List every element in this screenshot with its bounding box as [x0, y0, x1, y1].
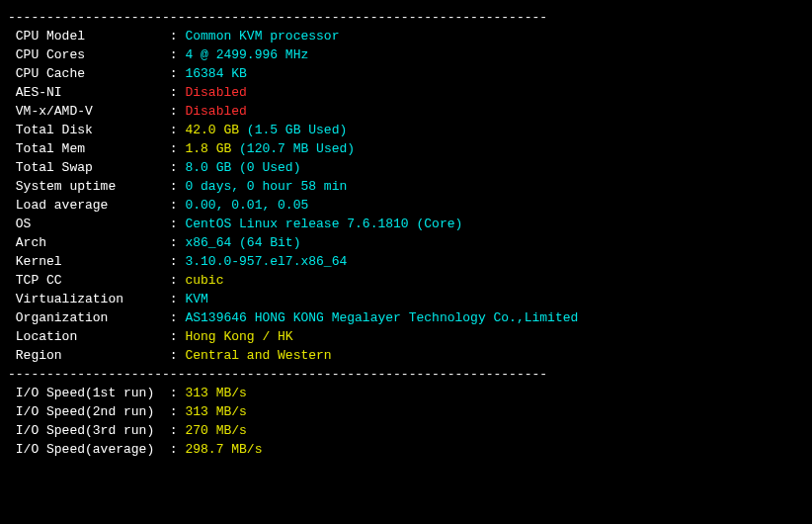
- info-row: Location : Hong Kong / HK: [8, 327, 804, 346]
- info-label: Organization: [8, 310, 170, 325]
- info-label: I/O Speed(3rd run): [8, 423, 170, 438]
- info-value: 0.00, 0.01, 0.05: [185, 198, 308, 213]
- info-value: 8.0 GB: [185, 160, 231, 175]
- info-row: Arch : x86_64 (64 Bit): [8, 233, 804, 252]
- info-row: Organization : AS139646 HONG KONG Megala…: [8, 308, 804, 327]
- divider-line: ----------------------------------------…: [8, 365, 804, 384]
- info-label: CPU Cache: [8, 66, 170, 81]
- separator: :: [170, 292, 186, 306]
- info-label: TCP CC: [8, 273, 170, 288]
- info-label: System uptime: [8, 179, 170, 194]
- info-value: cubic: [185, 273, 223, 288]
- info-row: I/O Speed(2nd run) : 313 MB/s: [8, 402, 804, 421]
- separator: :: [170, 329, 186, 344]
- info-value: Central and Western: [185, 348, 331, 363]
- info-value: (1.5 GB Used): [247, 123, 347, 137]
- info-row: AES-NI : Disabled: [8, 83, 804, 102]
- info-value: 1.8 GB: [185, 141, 231, 156]
- info-row: Total Swap : 8.0 GB (0 Used): [8, 158, 804, 177]
- separator: :: [170, 386, 186, 400]
- info-row: CPU Model : Common KVM processor: [8, 27, 804, 45]
- info-label: Location: [8, 329, 170, 344]
- separator: :: [170, 404, 186, 419]
- info-value: 0 days, 0 hour 58 min: [185, 179, 347, 194]
- info-label: I/O Speed(2nd run): [8, 404, 170, 419]
- separator: :: [170, 235, 186, 250]
- separator: :: [170, 179, 186, 194]
- info-value: (0 Used): [239, 160, 300, 175]
- info-label: AES-NI: [8, 85, 170, 100]
- separator: :: [170, 217, 186, 231]
- info-row: OS : CentOS Linux release 7.6.1810 (Core…: [8, 215, 804, 233]
- info-label: I/O Speed(1st run): [8, 386, 170, 400]
- info-value: Disabled: [185, 104, 246, 119]
- separator: :: [170, 254, 186, 269]
- info-value: 313 MB/s: [185, 386, 246, 400]
- info-row: CPU Cache : 16384 KB: [8, 64, 804, 83]
- info-value: AS139646 HONG KONG Megalayer Technology …: [185, 310, 578, 325]
- info-row: System uptime : 0 days, 0 hour 58 min: [8, 177, 804, 196]
- info-value: x86_64 (64 Bit): [185, 235, 300, 250]
- info-row: TCP CC : cubic: [8, 271, 804, 290]
- separator: :: [170, 66, 186, 81]
- separator: :: [170, 348, 186, 363]
- info-value: Hong Kong / HK: [185, 329, 292, 344]
- info-row: I/O Speed(1st run) : 313 MB/s: [8, 384, 804, 402]
- info-value: Disabled: [185, 85, 246, 100]
- separator: :: [170, 442, 186, 457]
- info-label: Kernel: [8, 254, 170, 269]
- separator: :: [170, 85, 186, 100]
- info-row: Total Mem : 1.8 GB (120.7 MB Used): [8, 139, 804, 158]
- separator: :: [170, 104, 186, 119]
- info-value: CentOS Linux release 7.6.1810 (Core): [185, 217, 462, 231]
- info-label: Region: [8, 348, 170, 363]
- info-row: Load average : 0.00, 0.01, 0.05: [8, 196, 804, 215]
- separator: :: [170, 47, 186, 62]
- info-value: 3.10.0-957.el7.x86_64: [185, 254, 347, 269]
- info-row: I/O Speed(average) : 298.7 MB/s: [8, 440, 804, 459]
- info-label: I/O Speed(average): [8, 442, 170, 457]
- info-row: Total Disk : 42.0 GB (1.5 GB Used): [8, 121, 804, 139]
- info-row: VM-x/AMD-V : Disabled: [8, 102, 804, 121]
- separator: :: [170, 29, 186, 44]
- info-label: Total Mem: [8, 141, 170, 156]
- info-value: Common KVM processor: [185, 29, 339, 44]
- info-value: 313 MB/s: [185, 404, 246, 419]
- info-label: Total Disk: [8, 123, 170, 137]
- separator: :: [170, 423, 186, 438]
- info-label: Virtualization: [8, 292, 170, 306]
- info-value: [231, 141, 239, 156]
- info-label: Total Swap: [8, 160, 170, 175]
- divider-line: ----------------------------------------…: [8, 8, 804, 27]
- info-row: Kernel : 3.10.0-957.el7.x86_64: [8, 252, 804, 271]
- info-label: OS: [8, 217, 170, 231]
- separator: :: [170, 141, 186, 156]
- info-label: CPU Model: [8, 29, 170, 44]
- separator: :: [170, 123, 186, 137]
- info-value: [239, 123, 247, 137]
- info-value: (120.7 MB Used): [239, 141, 355, 156]
- separator: :: [170, 273, 186, 288]
- info-label: Arch: [8, 235, 170, 250]
- info-row: Region : Central and Western: [8, 346, 804, 365]
- info-value: 16384 KB: [185, 66, 246, 81]
- info-row: Virtualization : KVM: [8, 290, 804, 308]
- separator: :: [170, 160, 186, 175]
- info-row: CPU Cores : 4 @ 2499.996 MHz: [8, 45, 804, 64]
- info-value: [231, 160, 239, 175]
- separator: :: [170, 198, 186, 213]
- info-label: VM-x/AMD-V: [8, 104, 170, 119]
- info-label: Load average: [8, 198, 170, 213]
- info-value: 298.7 MB/s: [185, 442, 262, 457]
- info-row: I/O Speed(3rd run) : 270 MB/s: [8, 421, 804, 440]
- info-label: CPU Cores: [8, 47, 170, 62]
- info-value: 270 MB/s: [185, 423, 246, 438]
- info-value: KVM: [185, 292, 207, 306]
- terminal-output: ----------------------------------------…: [8, 8, 804, 459]
- info-value: 4 @ 2499.996 MHz: [185, 47, 308, 62]
- info-value: 42.0 GB: [185, 123, 239, 137]
- separator: :: [170, 310, 186, 325]
